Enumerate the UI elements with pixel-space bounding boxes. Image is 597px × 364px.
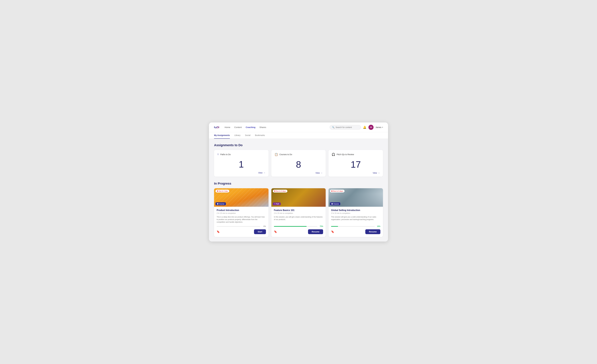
due-text-0: Due in 1 day: [219, 190, 228, 192]
progress-row-1: 75%: [274, 225, 323, 227]
courses-count: 8: [275, 159, 323, 170]
card-header-pitchiqs: 🎧 Pitch IQs to Review: [332, 153, 380, 156]
course-card-0: Due in 1 day ▦ Course Product Introducti…: [214, 188, 268, 237]
assignment-card-pitchiqs: 🎧 Pitch IQs to Review 17 View →: [329, 150, 383, 177]
card-image-wrap-0: Due in 1 day ▦ Course: [214, 188, 268, 207]
card-body-1: Feature Basics 101 2 hr 15 min to comple…: [271, 207, 326, 237]
card-title-2: Global Selling Introduction: [331, 209, 380, 212]
progress-track-2: [331, 226, 375, 227]
card-image-wrap-1: Due in 2 days ⑂ Path: [271, 188, 326, 207]
pitchiqs-label: Pitch IQs to Review: [337, 153, 354, 155]
type-label-1: Path: [276, 203, 279, 205]
courses-label: Courses to Do: [279, 153, 292, 155]
progress-pct-0: 0%: [262, 225, 266, 227]
chevron-down-icon: ▾: [382, 126, 383, 128]
courses-view-link[interactable]: View →: [275, 172, 323, 174]
pitchiqs-icon: 🎧: [332, 153, 335, 156]
card-title-1: Feature Basics 101: [274, 209, 323, 212]
due-badge-0: Due in 1 day: [215, 190, 229, 193]
type-badge-2: ▦ Course: [330, 202, 340, 205]
in-progress-title: In Progress: [214, 182, 383, 186]
course-card-1: Due in 2 days ⑂ Path Feature Basics 101 …: [271, 188, 326, 237]
tab-my-assignments[interactable]: My Assignments: [214, 132, 230, 139]
type-icon-1: ⑂: [274, 203, 275, 205]
assignment-cards-row: ⑂ Paths to Do 1 View → 📋 Courses to Do: [214, 150, 383, 177]
logo[interactable]: [214, 126, 219, 129]
nav-coaching[interactable]: Coaching: [246, 126, 255, 128]
search-icon: 🔍: [332, 126, 334, 128]
assignment-card-courses: 📋 Courses to Do 8 View →: [271, 150, 326, 177]
nav-shares[interactable]: Shares: [259, 126, 266, 128]
in-progress-section: In Progress Due in 1 day ▦ Course: [214, 182, 383, 237]
card-footer-1: 🔖 Resume: [274, 229, 323, 235]
start-button-0[interactable]: Start: [254, 229, 266, 234]
card-duration-0: 2 hr 15 min to completion: [217, 212, 266, 214]
resume-button-2[interactable]: Resume: [365, 229, 380, 234]
type-label-2: Course: [333, 203, 339, 205]
assignments-title: Assignments to Do: [214, 143, 383, 147]
bookmark-icon-2[interactable]: 🔖: [331, 230, 334, 233]
card-desc-0: This is a deep dive into our product off…: [217, 216, 266, 223]
type-icon-2: ▦: [331, 203, 333, 205]
assignment-card-paths: ⑂ Paths to Do 1 View →: [214, 150, 268, 177]
paths-icon: ⑂: [217, 153, 219, 156]
due-text-1: Due in 2 days: [276, 190, 286, 192]
avatar[interactable]: JS: [369, 125, 374, 130]
type-badge-1: ⑂ Path: [273, 202, 281, 205]
nav-content[interactable]: Content: [234, 126, 242, 128]
nav-right: 🔍 🔔 JS James ▾: [330, 125, 383, 130]
user-name[interactable]: James ▾: [376, 126, 383, 128]
card-image-wrap-2: Due in 3 days ▦ Course: [329, 188, 383, 207]
card-desc-1: In this session, you will get a basic un…: [274, 216, 323, 223]
pitchiqs-view-link[interactable]: View →: [332, 172, 380, 174]
progress-pct-2: 16%: [376, 225, 380, 227]
bell-icon[interactable]: 🔔: [363, 126, 366, 129]
progress-track-0: [217, 226, 260, 227]
card-duration-2: 2 hr 15 min to completion: [331, 212, 380, 214]
nav-left: Home Content Coaching Shares: [214, 126, 266, 129]
course-card-2: Due in 3 days ▦ Course Global Selling In…: [329, 188, 383, 237]
bookmark-icon-1[interactable]: 🔖: [274, 230, 277, 233]
card-footer-0: 🔖 Start: [217, 229, 266, 235]
type-label-0: Course: [219, 203, 224, 205]
card-header-courses: 📋 Courses to Do: [275, 153, 323, 156]
nav-home[interactable]: Home: [225, 126, 230, 128]
resume-button-1[interactable]: Resume: [308, 229, 323, 234]
in-progress-cards-row: Due in 1 day ▦ Course Product Introducti…: [214, 188, 383, 237]
type-badge-0: ▦ Course: [215, 202, 226, 205]
card-body-0: Product Introduction 2 hr 15 min to comp…: [214, 207, 268, 237]
courses-icon: 📋: [275, 153, 278, 156]
arrow-right-icon-2: →: [321, 172, 322, 174]
card-footer-2: 🔖 Resume: [331, 229, 380, 235]
tab-bookmarks[interactable]: Bookmarks: [255, 132, 265, 139]
progress-fill-2: [331, 226, 338, 227]
bookmark-icon-0[interactable]: 🔖: [217, 230, 220, 233]
tab-social[interactable]: Social: [245, 132, 251, 139]
paths-label: Paths to Do: [220, 153, 231, 155]
arrow-right-icon-3: →: [378, 172, 380, 174]
progress-pct-1: 75%: [319, 225, 323, 227]
main-content: Assignments to Do ⑂ Paths to Do 1 View →: [209, 139, 388, 241]
paths-view-link[interactable]: View →: [217, 172, 265, 174]
search-bar[interactable]: 🔍: [330, 125, 361, 130]
progress-row-0: 0%: [217, 225, 266, 227]
card-title-0: Product Introduction: [217, 209, 266, 212]
card-body-2: Global Selling Introduction 2 hr 15 min …: [329, 207, 383, 237]
arrow-right-icon: →: [263, 172, 265, 174]
search-input[interactable]: [336, 126, 359, 128]
due-badge-1: Due in 2 days: [273, 190, 287, 193]
progress-track-1: [274, 226, 318, 227]
card-duration-1: 2 hr 15 min to completion: [274, 212, 323, 214]
due-dot-2: [331, 191, 332, 192]
tab-library[interactable]: Library: [234, 132, 241, 139]
app-container: Home Content Coaching Shares 🔍 🔔 JS Jame…: [209, 123, 388, 241]
pitchiqs-count: 17: [332, 159, 380, 170]
due-text-2: Due in 3 days: [333, 190, 343, 192]
due-dot-1: [274, 191, 275, 192]
due-badge-2: Due in 3 days: [330, 190, 345, 193]
paths-count: 1: [217, 159, 265, 170]
card-header-paths: ⑂ Paths to Do: [217, 153, 265, 156]
assignments-section: Assignments to Do ⑂ Paths to Do 1 View →: [214, 143, 383, 177]
type-icon-0: ▦: [217, 203, 218, 205]
due-dot-0: [217, 191, 218, 192]
